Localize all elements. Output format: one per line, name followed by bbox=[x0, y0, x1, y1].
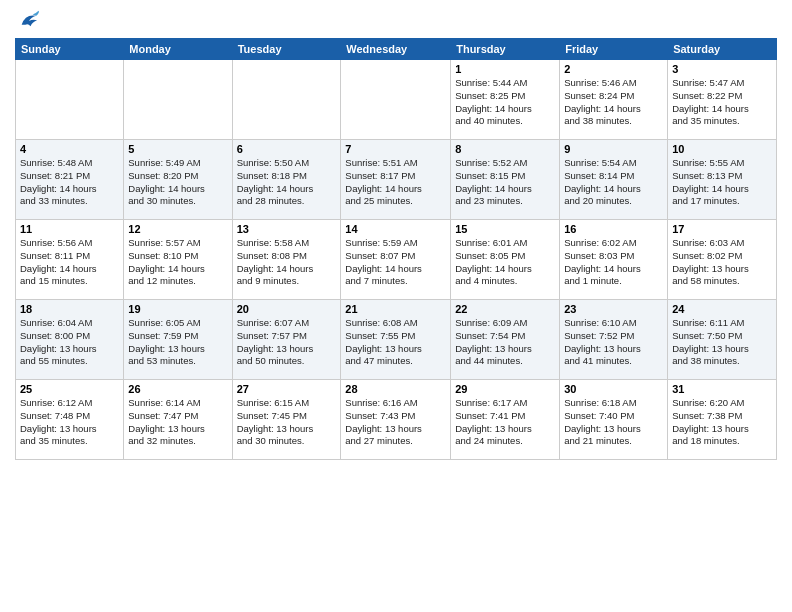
calendar-week-3: 11Sunrise: 5:56 AMSunset: 8:11 PMDayligh… bbox=[16, 220, 777, 300]
calendar-cell: 3Sunrise: 5:47 AMSunset: 8:22 PMDaylight… bbox=[668, 60, 777, 140]
calendar-week-2: 4Sunrise: 5:48 AMSunset: 8:21 PMDaylight… bbox=[16, 140, 777, 220]
day-number: 17 bbox=[672, 223, 772, 235]
calendar-cell bbox=[16, 60, 124, 140]
day-info: Sunrise: 6:15 AMSunset: 7:45 PMDaylight:… bbox=[237, 397, 337, 448]
calendar-cell: 17Sunrise: 6:03 AMSunset: 8:02 PMDayligh… bbox=[668, 220, 777, 300]
day-info: Sunrise: 6:09 AMSunset: 7:54 PMDaylight:… bbox=[455, 317, 555, 368]
logo-bird-icon bbox=[18, 10, 40, 32]
calendar-cell: 13Sunrise: 5:58 AMSunset: 8:08 PMDayligh… bbox=[232, 220, 341, 300]
day-number: 20 bbox=[237, 303, 337, 315]
day-number: 10 bbox=[672, 143, 772, 155]
day-info: Sunrise: 5:44 AMSunset: 8:25 PMDaylight:… bbox=[455, 77, 555, 128]
header bbox=[15, 10, 777, 32]
day-number: 11 bbox=[20, 223, 119, 235]
calendar-cell: 1Sunrise: 5:44 AMSunset: 8:25 PMDaylight… bbox=[451, 60, 560, 140]
day-number: 21 bbox=[345, 303, 446, 315]
day-info: Sunrise: 6:08 AMSunset: 7:55 PMDaylight:… bbox=[345, 317, 446, 368]
calendar-cell: 21Sunrise: 6:08 AMSunset: 7:55 PMDayligh… bbox=[341, 300, 451, 380]
day-number: 27 bbox=[237, 383, 337, 395]
day-info: Sunrise: 6:20 AMSunset: 7:38 PMDaylight:… bbox=[672, 397, 772, 448]
day-of-week-wednesday: Wednesday bbox=[341, 39, 451, 60]
day-number: 22 bbox=[455, 303, 555, 315]
calendar-cell: 23Sunrise: 6:10 AMSunset: 7:52 PMDayligh… bbox=[560, 300, 668, 380]
day-info: Sunrise: 5:49 AMSunset: 8:20 PMDaylight:… bbox=[128, 157, 227, 208]
day-number: 26 bbox=[128, 383, 227, 395]
day-info: Sunrise: 6:14 AMSunset: 7:47 PMDaylight:… bbox=[128, 397, 227, 448]
day-number: 31 bbox=[672, 383, 772, 395]
day-of-week-thursday: Thursday bbox=[451, 39, 560, 60]
day-of-week-friday: Friday bbox=[560, 39, 668, 60]
day-number: 16 bbox=[564, 223, 663, 235]
day-number: 4 bbox=[20, 143, 119, 155]
calendar-cell bbox=[341, 60, 451, 140]
day-info: Sunrise: 5:47 AMSunset: 8:22 PMDaylight:… bbox=[672, 77, 772, 128]
day-number: 18 bbox=[20, 303, 119, 315]
day-number: 9 bbox=[564, 143, 663, 155]
calendar-cell: 2Sunrise: 5:46 AMSunset: 8:24 PMDaylight… bbox=[560, 60, 668, 140]
day-number: 25 bbox=[20, 383, 119, 395]
day-number: 30 bbox=[564, 383, 663, 395]
calendar-cell bbox=[232, 60, 341, 140]
day-info: Sunrise: 5:50 AMSunset: 8:18 PMDaylight:… bbox=[237, 157, 337, 208]
day-info: Sunrise: 6:07 AMSunset: 7:57 PMDaylight:… bbox=[237, 317, 337, 368]
day-number: 28 bbox=[345, 383, 446, 395]
calendar-cell: 5Sunrise: 5:49 AMSunset: 8:20 PMDaylight… bbox=[124, 140, 232, 220]
day-info: Sunrise: 6:10 AMSunset: 7:52 PMDaylight:… bbox=[564, 317, 663, 368]
calendar-cell: 15Sunrise: 6:01 AMSunset: 8:05 PMDayligh… bbox=[451, 220, 560, 300]
calendar-cell: 28Sunrise: 6:16 AMSunset: 7:43 PMDayligh… bbox=[341, 380, 451, 460]
calendar-cell: 24Sunrise: 6:11 AMSunset: 7:50 PMDayligh… bbox=[668, 300, 777, 380]
calendar-cell: 12Sunrise: 5:57 AMSunset: 8:10 PMDayligh… bbox=[124, 220, 232, 300]
calendar-cell: 7Sunrise: 5:51 AMSunset: 8:17 PMDaylight… bbox=[341, 140, 451, 220]
calendar-cell: 10Sunrise: 5:55 AMSunset: 8:13 PMDayligh… bbox=[668, 140, 777, 220]
calendar-cell: 8Sunrise: 5:52 AMSunset: 8:15 PMDaylight… bbox=[451, 140, 560, 220]
day-info: Sunrise: 5:46 AMSunset: 8:24 PMDaylight:… bbox=[564, 77, 663, 128]
calendar-week-5: 25Sunrise: 6:12 AMSunset: 7:48 PMDayligh… bbox=[16, 380, 777, 460]
calendar-cell: 4Sunrise: 5:48 AMSunset: 8:21 PMDaylight… bbox=[16, 140, 124, 220]
day-of-week-monday: Monday bbox=[124, 39, 232, 60]
day-number: 23 bbox=[564, 303, 663, 315]
day-number: 24 bbox=[672, 303, 772, 315]
day-info: Sunrise: 6:01 AMSunset: 8:05 PMDaylight:… bbox=[455, 237, 555, 288]
calendar-cell: 25Sunrise: 6:12 AMSunset: 7:48 PMDayligh… bbox=[16, 380, 124, 460]
day-number: 15 bbox=[455, 223, 555, 235]
day-number: 5 bbox=[128, 143, 227, 155]
day-info: Sunrise: 6:16 AMSunset: 7:43 PMDaylight:… bbox=[345, 397, 446, 448]
day-info: Sunrise: 5:58 AMSunset: 8:08 PMDaylight:… bbox=[237, 237, 337, 288]
day-number: 2 bbox=[564, 63, 663, 75]
calendar-cell: 29Sunrise: 6:17 AMSunset: 7:41 PMDayligh… bbox=[451, 380, 560, 460]
calendar-cell: 22Sunrise: 6:09 AMSunset: 7:54 PMDayligh… bbox=[451, 300, 560, 380]
calendar-cell: 19Sunrise: 6:05 AMSunset: 7:59 PMDayligh… bbox=[124, 300, 232, 380]
calendar-table: SundayMondayTuesdayWednesdayThursdayFrid… bbox=[15, 38, 777, 460]
calendar-header-row: SundayMondayTuesdayWednesdayThursdayFrid… bbox=[16, 39, 777, 60]
day-info: Sunrise: 6:18 AMSunset: 7:40 PMDaylight:… bbox=[564, 397, 663, 448]
calendar-cell: 30Sunrise: 6:18 AMSunset: 7:40 PMDayligh… bbox=[560, 380, 668, 460]
day-info: Sunrise: 6:12 AMSunset: 7:48 PMDaylight:… bbox=[20, 397, 119, 448]
calendar-cell: 20Sunrise: 6:07 AMSunset: 7:57 PMDayligh… bbox=[232, 300, 341, 380]
day-info: Sunrise: 6:02 AMSunset: 8:03 PMDaylight:… bbox=[564, 237, 663, 288]
day-number: 6 bbox=[237, 143, 337, 155]
logo bbox=[15, 10, 40, 32]
calendar-cell bbox=[124, 60, 232, 140]
day-of-week-tuesday: Tuesday bbox=[232, 39, 341, 60]
calendar-cell: 18Sunrise: 6:04 AMSunset: 8:00 PMDayligh… bbox=[16, 300, 124, 380]
day-of-week-saturday: Saturday bbox=[668, 39, 777, 60]
day-info: Sunrise: 5:51 AMSunset: 8:17 PMDaylight:… bbox=[345, 157, 446, 208]
day-info: Sunrise: 6:04 AMSunset: 8:00 PMDaylight:… bbox=[20, 317, 119, 368]
calendar-week-1: 1Sunrise: 5:44 AMSunset: 8:25 PMDaylight… bbox=[16, 60, 777, 140]
calendar-cell: 11Sunrise: 5:56 AMSunset: 8:11 PMDayligh… bbox=[16, 220, 124, 300]
calendar-cell: 14Sunrise: 5:59 AMSunset: 8:07 PMDayligh… bbox=[341, 220, 451, 300]
day-info: Sunrise: 5:48 AMSunset: 8:21 PMDaylight:… bbox=[20, 157, 119, 208]
calendar-cell: 6Sunrise: 5:50 AMSunset: 8:18 PMDaylight… bbox=[232, 140, 341, 220]
day-info: Sunrise: 6:11 AMSunset: 7:50 PMDaylight:… bbox=[672, 317, 772, 368]
day-number: 1 bbox=[455, 63, 555, 75]
day-info: Sunrise: 5:55 AMSunset: 8:13 PMDaylight:… bbox=[672, 157, 772, 208]
day-number: 12 bbox=[128, 223, 227, 235]
day-number: 13 bbox=[237, 223, 337, 235]
day-info: Sunrise: 6:05 AMSunset: 7:59 PMDaylight:… bbox=[128, 317, 227, 368]
day-number: 3 bbox=[672, 63, 772, 75]
day-number: 7 bbox=[345, 143, 446, 155]
day-info: Sunrise: 5:54 AMSunset: 8:14 PMDaylight:… bbox=[564, 157, 663, 208]
calendar-cell: 9Sunrise: 5:54 AMSunset: 8:14 PMDaylight… bbox=[560, 140, 668, 220]
day-info: Sunrise: 5:56 AMSunset: 8:11 PMDaylight:… bbox=[20, 237, 119, 288]
day-of-week-sunday: Sunday bbox=[16, 39, 124, 60]
